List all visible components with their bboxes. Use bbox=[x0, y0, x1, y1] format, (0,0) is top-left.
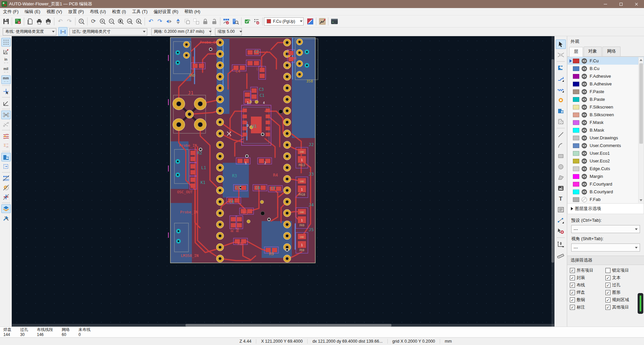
filter-item[interactable]: ✓封装 bbox=[570, 275, 605, 281]
layer-row-Margin[interactable]: Margin bbox=[568, 172, 644, 180]
visibility-eye-off-icon[interactable] bbox=[582, 197, 587, 202]
visibility-eye-icon[interactable] bbox=[582, 189, 587, 195]
add-textbox-button[interactable] bbox=[556, 205, 566, 214]
draw-arc-button[interactable] bbox=[556, 141, 566, 150]
filter-item[interactable]: ✓布线 bbox=[570, 282, 605, 288]
undo-button[interactable]: ↶ bbox=[56, 17, 65, 26]
cursor-shape-button[interactable] bbox=[1, 87, 11, 96]
net-color-mode-button[interactable] bbox=[1, 141, 11, 150]
flip-horizontal-button[interactable] bbox=[164, 17, 173, 26]
layer-row-F.Silkscreen[interactable]: F.Silkscreen bbox=[568, 103, 644, 111]
layer-color-swatch[interactable] bbox=[573, 166, 579, 171]
footprint-tools-button[interactable] bbox=[1, 214, 11, 222]
visibility-eye-icon[interactable] bbox=[582, 151, 587, 156]
visibility-eye-icon[interactable] bbox=[582, 97, 587, 102]
layer-row-F.Adhesive[interactable]: F.Adhesive bbox=[568, 72, 644, 80]
zoom-objects-button[interactable] bbox=[125, 17, 134, 26]
print-button[interactable] bbox=[35, 17, 44, 26]
grid-visibility-button[interactable] bbox=[1, 38, 11, 47]
filter-item[interactable]: ✓敷铜 bbox=[570, 297, 605, 303]
drc-exclusions-button[interactable] bbox=[252, 17, 261, 26]
checkbox-checked-icon[interactable]: ✓ bbox=[605, 305, 610, 310]
menu-item[interactable]: 偏好设置 (R) bbox=[151, 8, 181, 15]
tab-objects[interactable]: 对象 bbox=[584, 47, 602, 56]
pcb-canvas[interactable]: GND1PA13J2GND1PA10J3GND1PA9J4GND1PA8J5Pr… bbox=[12, 36, 554, 327]
draw-line-button[interactable] bbox=[556, 130, 566, 139]
filter-item[interactable]: ✓标注 bbox=[570, 304, 605, 310]
layer-row-B.Mask[interactable]: B.Mask bbox=[568, 126, 644, 134]
scroll-up-icon[interactable] bbox=[640, 59, 642, 61]
visibility-eye-icon[interactable] bbox=[582, 166, 587, 171]
units-inches-button[interactable]: in←→ bbox=[1, 57, 11, 65]
visibility-eye-icon[interactable] bbox=[582, 58, 587, 64]
drc-button[interactable] bbox=[243, 17, 252, 26]
layer-color-swatch[interactable] bbox=[573, 190, 579, 194]
close-button[interactable] bbox=[629, 0, 644, 8]
filter-item[interactable]: ✓焊盘 bbox=[570, 290, 605, 295]
group-button[interactable] bbox=[182, 17, 192, 26]
layer-color-swatch[interactable] bbox=[573, 82, 579, 86]
visibility-eye-icon[interactable] bbox=[582, 182, 587, 187]
visibility-eye-icon[interactable] bbox=[582, 81, 587, 87]
delete-tool-button[interactable] bbox=[556, 226, 566, 236]
layer-color-swatch[interactable] bbox=[573, 113, 579, 117]
zoom-out-button[interactable] bbox=[107, 17, 116, 26]
layer-color-swatch[interactable] bbox=[573, 120, 579, 125]
scripting-console-button[interactable]: >_ bbox=[330, 17, 339, 26]
layer-display-options[interactable]: 图层显示选项 bbox=[567, 204, 644, 214]
layer-row-F.Paste[interactable]: F.Paste bbox=[568, 88, 644, 95]
layer-color-swatch[interactable] bbox=[573, 74, 579, 79]
active-layer-select[interactable]: F.Cu (PgUp) bbox=[264, 17, 304, 25]
select-tool-button[interactable] bbox=[556, 40, 566, 49]
rotate-ccw-button[interactable]: ↶ bbox=[146, 17, 155, 26]
layer-color-swatch[interactable] bbox=[573, 136, 579, 140]
menu-item[interactable]: 放置 (P) bbox=[65, 8, 87, 15]
sketch-tracks-button[interactable] bbox=[1, 193, 11, 201]
visibility-eye-icon[interactable] bbox=[582, 112, 587, 118]
menu-item[interactable]: 编辑 (E) bbox=[21, 8, 43, 15]
visibility-eye-icon[interactable] bbox=[582, 89, 587, 94]
flip-vertical-button[interactable] bbox=[173, 17, 182, 26]
scroll-down-icon[interactable] bbox=[640, 199, 642, 201]
menu-item[interactable]: 布线 (U) bbox=[87, 8, 109, 15]
set-origin-button[interactable] bbox=[556, 239, 566, 249]
add-text-button[interactable]: T bbox=[556, 194, 566, 204]
checkbox-checked-icon[interactable]: ✓ bbox=[605, 297, 610, 302]
local-ratsnest-button[interactable] bbox=[556, 50, 566, 60]
preset-select[interactable]: --- bbox=[571, 225, 640, 233]
zone-outline-mode-button[interactable] bbox=[1, 162, 11, 171]
filter-item[interactable]: ✓所有项目 bbox=[570, 268, 605, 273]
canvas-hscrollbar[interactable] bbox=[12, 324, 554, 327]
visibility-eye-icon[interactable] bbox=[582, 143, 587, 148]
layer-color-swatch[interactable] bbox=[573, 143, 579, 148]
zone-filled-mode-button[interactable] bbox=[1, 153, 11, 161]
auto-track-width-toggle[interactable] bbox=[58, 27, 67, 36]
layer-color-swatch[interactable] bbox=[573, 59, 579, 63]
refresh-button[interactable]: ⟳ bbox=[89, 17, 98, 26]
sketch-vias-button[interactable] bbox=[1, 183, 11, 192]
layer-color-swatch[interactable] bbox=[573, 66, 579, 71]
board-setup-button[interactable] bbox=[13, 17, 22, 26]
layer-color-swatch[interactable] bbox=[573, 182, 579, 187]
checkbox-checked-icon[interactable]: ✓ bbox=[570, 275, 575, 280]
units-mm-button[interactable]: mm←→ bbox=[1, 75, 11, 84]
layer-color-swatch[interactable] bbox=[573, 174, 579, 179]
layer-row-User.Drawings[interactable]: User.Drawings bbox=[568, 134, 644, 142]
filter-item[interactable]: ✓图形 bbox=[605, 290, 641, 295]
filter-item[interactable]: 锁定项目 bbox=[605, 268, 641, 273]
checkbox-checked-icon[interactable]: ✓ bbox=[570, 305, 575, 310]
layer-row-Edge.Cuts[interactable]: Edge.Cuts bbox=[568, 165, 644, 172]
draw-circle-button[interactable] bbox=[556, 162, 566, 171]
add-dimension-button[interactable] bbox=[556, 216, 566, 225]
visibility-eye-icon[interactable] bbox=[582, 74, 587, 79]
checkbox-checked-icon[interactable]: ✓ bbox=[570, 297, 575, 302]
layer-color-swatch[interactable] bbox=[573, 151, 579, 156]
checkbox-checked-icon[interactable]: ✓ bbox=[570, 268, 575, 273]
curved-ratsnest-button[interactable] bbox=[1, 120, 11, 129]
menu-item[interactable]: 文件 (F) bbox=[0, 8, 21, 15]
layer-color-swatch[interactable] bbox=[573, 89, 579, 94]
visibility-eye-icon[interactable] bbox=[582, 174, 587, 179]
layer-row-F.Mask[interactable]: F.Mask bbox=[568, 119, 644, 126]
tab-layers[interactable]: 层 bbox=[569, 47, 583, 57]
draw-polygon-button[interactable] bbox=[556, 173, 566, 182]
